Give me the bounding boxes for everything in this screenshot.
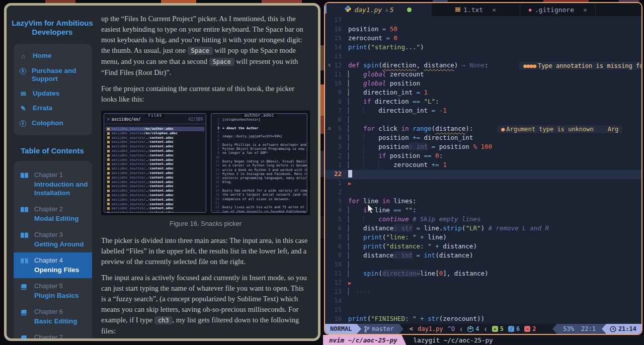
code-line[interactable]: 10▏ — [325, 261, 641, 270]
toc-item[interactable]: Chapter 5Plugin Basics — [14, 278, 92, 304]
open-book-icon — [20, 205, 29, 223]
updates-icon: ✉ — [20, 90, 27, 99]
inline-diagnostic: ●Argument type is unknownArg — [497, 125, 622, 133]
branch-name: master — [372, 325, 393, 332]
file-icon — [107, 207, 110, 210]
picker-file-row: asciidoc_sources/…/content.adoc — [106, 144, 204, 149]
line-number: 3 — [325, 143, 348, 152]
sidebar-item-errata[interactable]: ✎Errata — [18, 101, 88, 116]
file-icon — [107, 203, 110, 205]
code-line[interactable]: ⚠12def spin(direction, distance) → None:… — [325, 61, 641, 70]
code-line[interactable]: 13▏ ---- — [325, 288, 641, 297]
file-icon — [107, 194, 110, 197]
line-number: 12 — [325, 279, 348, 288]
book-sidebar: LazyVim for Ambitious Developers ⌂Home$P… — [7, 6, 98, 338]
code-line[interactable]: 6▏ — [325, 116, 641, 125]
tab-label: 1.txt — [463, 6, 483, 14]
code-line[interactable]: 9▏ direction_int = 1 — [325, 89, 641, 98]
sidebar-item-label: Colophon — [32, 119, 63, 128]
picker-file-row: asciidoc_sources/en/colophon.adoc — [106, 131, 204, 136]
code-line[interactable]: 2 — [325, 188, 641, 197]
toc-item[interactable]: Chapter 2Modal Editing — [14, 201, 92, 227]
toc-item[interactable]: Chapter 1Introduction and Installation — [14, 167, 92, 201]
picker-file-row: asciidoc_sources/…/content.adoc — [106, 176, 204, 180]
toc-chapter-title: Basic Editing — [34, 317, 77, 325]
warning-icon: ⚠ — [385, 7, 388, 13]
file-icon — [107, 154, 110, 157]
code-line[interactable]: 16print("FINISHED: " + str(zerocount)) — [325, 315, 641, 324]
tmux-window-lazygit[interactable]: lazygit ~/c/aoc-25-py — [406, 335, 500, 345]
preview-line: 15esoteric programming languages, many a… — [213, 176, 305, 180]
tab-.gitignore[interactable]: ◆.gitignore× — [520, 3, 596, 16]
sidebar-item-home[interactable]: ⌂Home — [18, 49, 88, 64]
code-line[interactable]: 3▏ ▏ position: int = position % 100 — [325, 143, 641, 152]
preview-line: 6 — [213, 138, 305, 142]
code-line[interactable]: 8▏ print("distance: " + distance) — [325, 242, 641, 251]
code-line[interactable]: 4▏ ▏ position += direction_int — [325, 134, 641, 143]
toc-item[interactable]: Chapter 7Objects and Operator-pending mo… — [14, 329, 92, 338]
code-line[interactable]: 5▏ ▏ continue # Skip empty lines — [325, 215, 641, 224]
warning-sign-icon: ⚠ — [328, 125, 331, 131]
toc-item[interactable]: Chapter 6Basic Editing — [14, 304, 92, 329]
code-line[interactable]: 16position = 50 — [325, 25, 641, 34]
line-number: 1 — [325, 161, 348, 170]
toc-item-active[interactable]: Chapter 4Opening Files — [14, 252, 92, 278]
line-number: 13 — [325, 52, 348, 61]
sidebar-item-purchase[interactable]: $Purchase and Support — [18, 64, 88, 87]
code-editor[interactable]: 1716position = 5015zerocount = 014print(… — [325, 16, 641, 324]
picker-file-row: asciidoc_sources/…/content.adoc — [106, 198, 204, 202]
toc-chapter-title: Getting Around — [34, 240, 84, 248]
code-line[interactable]: 15 — [325, 306, 641, 315]
sidebar-item-colophon[interactable]: ℹColophon — [18, 116, 88, 131]
book-window: LazyVim for Ambitious Developers ⌂Home$P… — [4, 3, 320, 341]
code-line-current[interactable]: 22 — [325, 170, 641, 179]
file-icon — [107, 132, 110, 135]
code-line[interactable]: 7▏ print("line: " + line) — [325, 233, 641, 242]
tmux-window-nvim[interactable]: nvim ~/c/aoc-25-py — [323, 335, 406, 345]
code-line[interactable]: ⚠5▏ for click in range(distance):●Argume… — [325, 125, 641, 134]
tab-day1.py[interactable]: day1.py⚠5 — [325, 3, 432, 16]
code-line[interactable]: 14 — [325, 297, 641, 306]
git-branch[interactable]: master — [361, 324, 398, 334]
line-number: 15 — [325, 34, 348, 43]
code-line[interactable]: 7▏ ▏ direction_int = -1 — [325, 107, 641, 116]
toc-chapter-title: Opening Files — [34, 266, 79, 274]
register-indicator: ^O — [448, 325, 455, 332]
toc-item[interactable]: Chapter 3Getting Around — [14, 227, 92, 252]
code-line[interactable]: 15zerocount = 0 — [325, 34, 641, 43]
code-line[interactable]: 12▶ — [325, 279, 641, 288]
mouse-pointer-icon — [367, 204, 374, 214]
code-line[interactable]: 8▏ if direction == "L": — [325, 98, 641, 107]
lsp-clients: 4 — [467, 325, 479, 332]
code-line[interactable]: 2▏ ▏ if position == 0: — [325, 152, 641, 161]
figure-caption: Figure 16. Snacks picker — [101, 220, 310, 227]
code-line[interactable]: 17 — [325, 16, 641, 25]
line-number: ⚠5 — [325, 125, 348, 134]
picker-result-count: 42/389 — [188, 117, 203, 122]
code-line[interactable]: 9▏ distance: int = int(distance) — [325, 251, 641, 261]
file-icon — [107, 145, 110, 148]
file-icon — [107, 158, 110, 161]
code-line[interactable]: 13 — [325, 52, 641, 61]
code-line[interactable]: 1▶ — [325, 179, 641, 188]
sidebar-item-label: Home — [33, 52, 52, 60]
code-line[interactable]: 10▏ global position — [325, 79, 641, 89]
code-line[interactable]: 1▏ ▏ ▏ zerocount += 1 — [325, 161, 641, 170]
preview-line: 8Python Object Oriented Programming is n… — [213, 147, 305, 151]
close-icon[interactable]: × — [492, 6, 496, 14]
tab-label: .gitignore — [535, 6, 574, 14]
terminal-tab-bar: nvim ~/c/aoc-25-py lazygit ~/c/aoc-25-py — [323, 335, 644, 345]
picker-file-row: asciidoc_sources/…/content.adoc — [106, 149, 204, 153]
code-line[interactable]: 14print("starting...") — [325, 43, 641, 52]
close-icon[interactable]: × — [583, 6, 587, 14]
file-icon — [107, 141, 110, 143]
preview-line: 12on a career in Python long before it b… — [213, 163, 305, 167]
closed-book-icon — [20, 308, 29, 325]
angle-separator: ‹ — [484, 324, 487, 334]
sidebar-item-updates[interactable]: ✉Updates — [18, 87, 88, 102]
code-line[interactable]: 11▏ spin(direction=line[0], distance) — [325, 270, 641, 279]
code-line[interactable]: 6▏ distance: str = line.strip("LR") # re… — [325, 224, 641, 233]
code-line[interactable]: 11▏ global zerocount — [325, 70, 641, 79]
toc-chapter-number: Chapter 4 — [34, 256, 79, 264]
tab-1.txt[interactable]: 1.txt× — [432, 3, 520, 16]
